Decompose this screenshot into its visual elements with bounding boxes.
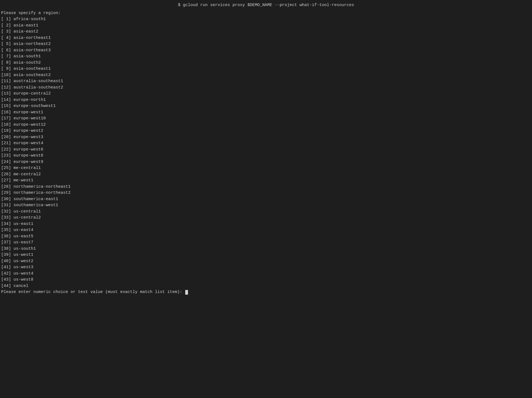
region-item: [17] europe-west10	[1, 115, 531, 122]
region-item: [ 3] asia-east2	[1, 29, 531, 35]
region-item: [35] us-east4	[1, 227, 531, 233]
region-item: [36] us-east5	[1, 233, 531, 240]
region-item: [ 9] asia-southeast1	[1, 66, 531, 72]
region-item: [41] us-west3	[1, 264, 531, 271]
region-item: [37] us-east7	[1, 240, 531, 246]
region-item: [15] europe-southwest1	[1, 103, 531, 109]
region-item: [10] asia-southeast2	[1, 72, 531, 79]
terminal-window: $ gcloud run services proxy $DEMO_NAME -…	[0, 0, 532, 398]
region-item: [ 2] asia-east1	[1, 23, 531, 29]
region-item: [28] northamerica-northeast1	[1, 184, 531, 190]
region-item: [39] us-west1	[1, 252, 531, 258]
region-item: [ 5] asia-northeast2	[1, 41, 531, 47]
region-item: [44] cancel	[1, 283, 531, 289]
region-prompt: Please specify a region:	[1, 10, 531, 17]
region-list: [ 1] africa-south1[ 2] asia-east1[ 3] as…	[1, 16, 531, 289]
region-item: [12] australia-southeast2	[1, 85, 531, 91]
region-item: [19] europe-west2	[1, 128, 531, 134]
region-item: [40] us-west2	[1, 258, 531, 265]
region-item: [26] me-central2	[1, 171, 531, 178]
region-item: [43] us-west8	[1, 277, 531, 283]
region-item: [38] us-south1	[1, 246, 531, 252]
region-item: [24] europe-west9	[1, 159, 531, 165]
region-item: [ 7] asia-south1	[1, 53, 531, 60]
region-item: [14] europe-north1	[1, 97, 531, 103]
cursor	[185, 290, 188, 295]
region-item: [22] europe-west6	[1, 147, 531, 153]
region-item: [16] europe-west1	[1, 109, 531, 116]
terminal-content: Please specify a region: [ 1] africa-sou…	[0, 10, 532, 295]
region-item: [42] us-west4	[1, 271, 531, 277]
region-item: [ 4] asia-northeast1	[1, 35, 531, 41]
input-prompt-line: Please enter numeric choice or text valu…	[1, 289, 531, 295]
region-item: [18] europe-west12	[1, 122, 531, 128]
region-item: [23] europe-west8	[1, 153, 531, 159]
region-item: [21] europe-west4	[1, 140, 531, 147]
input-prompt-text: Please enter numeric choice or text valu…	[1, 289, 185, 295]
region-item: [ 6] asia-northeast3	[1, 47, 531, 54]
region-item: [34] us-east1	[1, 221, 531, 227]
region-item: [11] australia-southeast1	[1, 78, 531, 85]
title-bar: $ gcloud run services proxy $DEMO_NAME -…	[0, 1, 532, 10]
region-item: [27] me-west1	[1, 178, 531, 184]
region-item: [13] europe-central2	[1, 91, 531, 97]
region-item: [30] southamerica-east1	[1, 196, 531, 203]
region-item: [ 8] asia-south2	[1, 60, 531, 66]
region-item: [ 1] africa-south1	[1, 16, 531, 23]
region-item: [25] me-central1	[1, 165, 531, 171]
region-item: [29] northamerica-northeast2	[1, 190, 531, 196]
title-command: $ gcloud run services proxy $DEMO_NAME -…	[178, 3, 354, 7]
region-item: [20] europe-west3	[1, 134, 531, 141]
region-item: [32] us-central1	[1, 209, 531, 215]
region-item: [31] southamerica-west1	[1, 202, 531, 209]
region-item: [33] us-central2	[1, 215, 531, 221]
